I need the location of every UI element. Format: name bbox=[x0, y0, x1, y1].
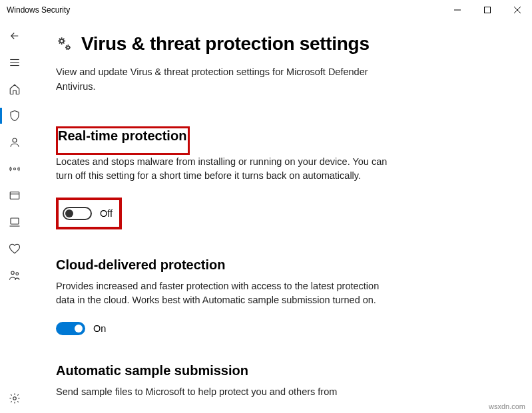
realtime-title: Real-time protection bbox=[58, 128, 186, 144]
svg-point-14 bbox=[16, 273, 19, 275]
window-controls bbox=[442, 0, 532, 20]
close-button[interactable] bbox=[502, 0, 532, 20]
cloud-description: Provides increased and faster protection… bbox=[56, 279, 396, 307]
cloud-toggle[interactable] bbox=[56, 322, 85, 335]
sample-description: Send sample files to Microsoft to help p… bbox=[56, 385, 396, 399]
home-icon bbox=[9, 83, 21, 95]
realtime-description: Locates and stops malware from installin… bbox=[56, 155, 396, 183]
svg-rect-1 bbox=[484, 7, 490, 13]
realtime-toggle[interactable] bbox=[63, 207, 92, 220]
watermark: wsxdn.com bbox=[489, 402, 525, 410]
svg-rect-11 bbox=[11, 218, 19, 224]
svg-point-13 bbox=[11, 271, 15, 275]
shield-icon bbox=[9, 110, 21, 122]
page-title: Virus & threat protection settings bbox=[81, 33, 370, 55]
nav-account-protection[interactable] bbox=[0, 129, 29, 156]
app-window-icon bbox=[9, 190, 21, 202]
svg-point-16 bbox=[60, 39, 63, 43]
nav-device-security[interactable] bbox=[0, 209, 29, 235]
page-header: Virus & threat protection settings bbox=[56, 33, 512, 55]
back-button[interactable] bbox=[0, 23, 29, 49]
page-description: View and update Virus & threat protectio… bbox=[56, 65, 376, 94]
family-icon bbox=[9, 269, 21, 281]
nav-family-options[interactable] bbox=[0, 262, 29, 289]
highlight-realtime-toggle: Off bbox=[56, 198, 122, 229]
back-arrow-icon bbox=[9, 30, 21, 42]
cloud-title: Cloud-delivered protection bbox=[56, 257, 396, 273]
nav-device-performance[interactable] bbox=[0, 235, 29, 262]
window-title: Windows Security bbox=[7, 5, 70, 15]
realtime-toggle-label: Off bbox=[100, 208, 113, 219]
svg-point-8 bbox=[14, 168, 16, 170]
titlebar: Windows Security bbox=[0, 0, 532, 20]
cloud-toggle-label: On bbox=[93, 323, 106, 334]
minimize-button[interactable] bbox=[442, 0, 472, 20]
content-area: Virus & threat protection settings View … bbox=[29, 20, 532, 413]
maximize-icon bbox=[484, 7, 491, 13]
section-realtime-protection: Real-time protection Locates and stops m… bbox=[56, 126, 396, 229]
minimize-icon bbox=[454, 7, 461, 13]
section-cloud-protection: Cloud-delivered protection Provides incr… bbox=[56, 257, 396, 335]
menu-button[interactable] bbox=[0, 49, 29, 76]
gears-icon bbox=[56, 35, 73, 53]
network-icon bbox=[9, 163, 21, 175]
person-icon bbox=[9, 136, 21, 148]
sample-title: Automatic sample submission bbox=[56, 363, 396, 378]
nav-home[interactable] bbox=[0, 76, 29, 102]
svg-rect-9 bbox=[10, 192, 19, 200]
sidebar bbox=[0, 20, 29, 413]
gear-icon bbox=[9, 392, 21, 404]
device-icon bbox=[9, 216, 21, 228]
highlight-realtime-title: Real-time protection bbox=[56, 126, 190, 155]
nav-virus-protection[interactable] bbox=[0, 102, 29, 129]
maximize-button[interactable] bbox=[472, 0, 502, 20]
section-sample-submission: Automatic sample submission Send sample … bbox=[56, 363, 396, 399]
hamburger-icon bbox=[9, 57, 21, 69]
nav-app-browser[interactable] bbox=[0, 182, 29, 209]
close-icon bbox=[514, 7, 521, 13]
svg-point-15 bbox=[13, 397, 17, 400]
nav-firewall[interactable] bbox=[0, 156, 29, 182]
nav-settings[interactable] bbox=[0, 385, 29, 412]
svg-point-7 bbox=[13, 138, 17, 142]
heart-icon bbox=[9, 243, 21, 255]
